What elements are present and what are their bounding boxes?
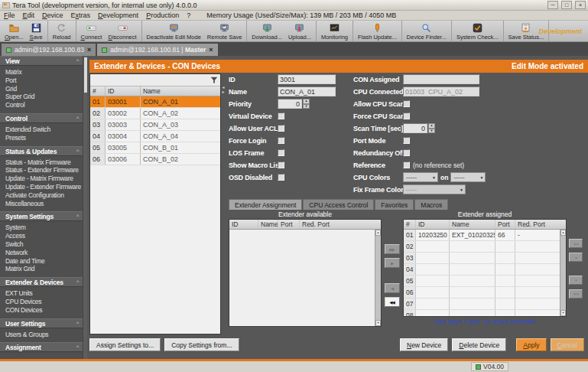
deactivate-edit-mode-button[interactable]: Deactivate Edit Mode [144,21,204,41]
reference-checkbox[interactable] [403,162,410,168]
sidebar-item-grid[interactable]: Grid [0,85,83,93]
vertical-scrollbar[interactable]: ▲▼ [375,230,381,326]
sidebar-item-switch[interactable]: Switch [0,240,83,249]
allow-cpu-scan-checkbox[interactable] [403,100,410,107]
allow-user-acl-checkbox[interactable] [278,125,284,132]
cpu-colors-1-select[interactable]: -----▼ [403,172,438,182]
table-row[interactable]: 02 [404,241,566,253]
tab-macros[interactable]: Macros [414,199,448,210]
device-row-con-a-04[interactable]: 0403004CON_A_04 [90,131,220,142]
sidebar-item-status-matrix-firmware[interactable]: Status - Matrix Firmware [0,158,83,167]
minimize-button[interactable]: ─ [547,1,558,9]
table-row[interactable]: 08 [404,310,566,317]
sidebar-section-status-updates[interactable]: Status & Updates^ [0,146,83,156]
menu-development[interactable]: Development [94,11,142,19]
maximize-button[interactable]: □ [561,1,572,9]
open-button[interactable]: Open... [2,21,27,41]
delete-device-button[interactable]: Delete Device [452,338,506,351]
sidebar-item-port[interactable]: Port [0,77,83,85]
scroll-up-icon[interactable]: ▲ [375,230,381,236]
sidebar-section-extender-devices[interactable]: Extender & Devices^ [0,277,83,287]
reload-button[interactable]: Reload [50,21,74,41]
sidebar-item-presets[interactable]: Presets [0,134,83,142]
osd-disabled-checkbox[interactable] [278,174,284,181]
los-frame-checkbox[interactable] [278,149,284,156]
sidebar-item-control[interactable]: Control [0,101,83,109]
sidebar-item-update-matrix-firmware[interactable]: Update - Matrix Firmware [0,175,83,183]
vertical-scrollbar[interactable]: ▲▼ [560,230,566,316]
priority-spin-down-button[interactable]: ▼ [303,104,310,109]
tab-extender-assignment[interactable]: Extender Assignment [229,199,302,210]
force-cpu-scan-checkbox[interactable] [403,113,410,119]
sidebar-item-miscellaneous[interactable]: Miscellaneous [0,200,83,208]
sidebar-item-network[interactable]: Network [0,249,83,257]
table-row[interactable]: 07 [404,299,566,310]
sidebar-item-matrix-grid[interactable]: Matrix Grid [0,265,83,273]
device-finder-button[interactable]: Device Finder... [404,21,450,41]
table-row[interactable]: 05 [404,276,566,287]
flash-update-button[interactable]: Flash Update... [355,21,400,41]
menu-item[interactable]: ? [183,11,194,19]
sidebar-item-date-and-time[interactable]: Date and Time [0,257,83,266]
scan-time-sec-spin-down-button[interactable]: ▼ [428,129,435,134]
device-column-header-name[interactable]: Name [141,86,220,96]
force-login-checkbox[interactable] [278,137,284,144]
sidebar-item-access[interactable]: Access [0,232,83,240]
scroll-down-icon[interactable]: ▼ [375,320,381,326]
device-column-header-item[interactable]: # [90,86,106,96]
menu-device[interactable]: Device [38,11,67,19]
sidebar-item-extended-switch[interactable]: Extended Switch [0,126,83,134]
tab-close-icon[interactable]: × [87,46,91,54]
tab-close-icon[interactable]: × [209,46,213,54]
sidebar-section-system-settings[interactable]: System Settings^ [0,211,83,221]
sidebar-section-control[interactable]: Control^ [0,113,83,123]
tab-favorites[interactable]: Favorites [375,199,414,210]
virtual-device-checkbox[interactable] [278,113,284,119]
sidebar-item-update-extender-firmware[interactable]: Update - Extender Firmware [0,183,83,191]
disconnect-button[interactable]: Disconnect [105,21,139,41]
device-row-con-a-03[interactable]: 0303003CON_A_03 [90,119,220,131]
menu-extras[interactable]: Extras [67,11,95,19]
new-device-button[interactable]: New Device [400,338,448,351]
upload-button[interactable]: Upload... [285,21,314,41]
menu-production[interactable]: Production [142,11,183,19]
session-tab-0[interactable]: admin@192.168.100.83× [2,44,96,56]
device-row-con-b-01[interactable]: 0503005CON_B_01 [90,142,220,154]
show-macro-list-checkbox[interactable] [278,162,284,168]
monitoring-button[interactable]: Monitoring [318,21,351,41]
sidebar-item-ext-units[interactable]: EXT Units [0,289,83,298]
sidebar-section-view[interactable]: View^ [0,56,83,66]
sidebar-item-con-devices[interactable]: CON Devices [0,306,83,315]
table-row[interactable]: 03 [404,253,566,264]
id-field[interactable] [278,74,336,84]
table-row[interactable]: 0110203250EXT_01020325066- [404,230,566,241]
table-row[interactable]: 04 [404,264,566,276]
sidebar-item-users-groups[interactable]: Users & Groups [0,331,83,339]
filter-funnel-icon[interactable] [210,77,218,84]
name-field[interactable] [278,86,336,96]
sidebar-item-activate-configuration[interactable]: Activate Configuration [0,191,83,200]
sidebar-section-user-settings[interactable]: User Settings^ [0,318,83,328]
tab-cpu-access-control[interactable]: CPU Access Control [303,199,374,210]
redundancy-off-checkbox[interactable] [403,149,410,156]
sidebar-item-matrix[interactable]: Matrix [0,68,83,77]
sidebar-section-assignment[interactable]: Assignment^ [0,342,83,352]
remote-save-button[interactable]: Remote Save [204,21,245,41]
session-tab-1[interactable]: admin@192.168.100.81 | Master× [97,44,217,56]
close-button[interactable]: × [575,1,586,9]
scroll-down-icon[interactable]: ▼ [560,310,566,316]
sidebar-item-status-extender-firmware[interactable]: Status - Extender Firmware [0,166,83,175]
assign-settings-to-button[interactable]: Assign Settings to... [89,338,161,351]
sidebar-item-system[interactable]: System [0,224,83,232]
device-column-header-id[interactable]: ID [106,86,141,96]
table-row[interactable]: 06 [404,287,566,299]
copy-settings-from-button[interactable]: Copy Settings from... [164,338,239,351]
device-row-con-b-02[interactable]: 0603006CON_B_02 [90,154,220,165]
device-row-con-a-02[interactable]: 0203002CON_A_02 [90,108,220,119]
save-button[interactable]: Save [27,21,46,41]
apply-button[interactable]: Apply [516,338,546,351]
sidebar-item-super-grid[interactable]: Super Grid [0,93,83,101]
sidebar-item-cpu-devices[interactable]: CPU Devices [0,298,83,306]
collapse-right-icon[interactable]: ► [222,90,226,94]
connect-button[interactable]: Connect [78,21,106,41]
